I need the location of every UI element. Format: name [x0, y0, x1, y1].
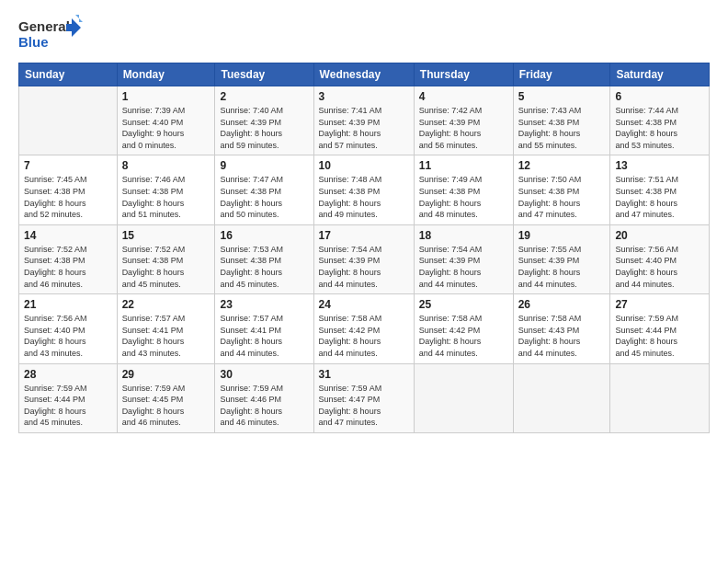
day-info: Sunrise: 7:54 AM Sunset: 4:39 PM Dayligh… [419, 244, 508, 290]
day-number: 17 [319, 229, 409, 242]
day-number: 7 [24, 159, 112, 172]
calendar-cell: 18Sunrise: 7:54 AM Sunset: 4:39 PM Dayli… [414, 224, 513, 293]
day-info: Sunrise: 7:50 AM Sunset: 4:38 PM Dayligh… [518, 174, 606, 220]
week-row-4: 21Sunrise: 7:56 AM Sunset: 4:40 PM Dayli… [19, 294, 710, 363]
day-info: Sunrise: 7:45 AM Sunset: 4:38 PM Dayligh… [24, 174, 112, 220]
calendar-cell: 10Sunrise: 7:48 AM Sunset: 4:38 PM Dayli… [313, 155, 414, 224]
calendar-cell [414, 363, 513, 432]
day-info: Sunrise: 7:48 AM Sunset: 4:38 PM Dayligh… [319, 174, 409, 220]
day-info: Sunrise: 7:57 AM Sunset: 4:41 PM Dayligh… [122, 313, 210, 359]
calendar-cell: 27Sunrise: 7:59 AM Sunset: 4:44 PM Dayli… [610, 294, 710, 363]
calendar-cell: 23Sunrise: 7:57 AM Sunset: 4:41 PM Dayli… [215, 294, 313, 363]
day-number: 20 [615, 229, 704, 242]
day-number: 10 [319, 159, 409, 172]
header-saturday: Saturday [610, 63, 710, 86]
week-row-2: 7Sunrise: 7:45 AM Sunset: 4:38 PM Daylig… [19, 155, 710, 224]
calendar-cell: 6Sunrise: 7:44 AM Sunset: 4:38 PM Daylig… [610, 86, 710, 155]
calendar-cell: 14Sunrise: 7:52 AM Sunset: 4:38 PM Dayli… [19, 224, 118, 293]
header-monday: Monday [117, 63, 215, 86]
svg-marker-3 [75, 15, 83, 22]
calendar-cell: 30Sunrise: 7:59 AM Sunset: 4:46 PM Dayli… [215, 363, 313, 432]
header-friday: Friday [513, 63, 610, 86]
calendar-cell: 4Sunrise: 7:42 AM Sunset: 4:39 PM Daylig… [414, 86, 513, 155]
logo-svg: General Blue [18, 15, 83, 53]
calendar-cell: 31Sunrise: 7:59 AM Sunset: 4:47 PM Dayli… [313, 363, 414, 432]
day-info: Sunrise: 7:44 AM Sunset: 4:38 PM Dayligh… [615, 105, 704, 151]
calendar-cell: 13Sunrise: 7:51 AM Sunset: 4:38 PM Dayli… [610, 155, 710, 224]
calendar-header-row: SundayMondayTuesdayWednesdayThursdayFrid… [19, 63, 710, 86]
header-thursday: Thursday [414, 63, 513, 86]
calendar: SundayMondayTuesdayWednesdayThursdayFrid… [18, 63, 710, 433]
calendar-cell: 26Sunrise: 7:58 AM Sunset: 4:43 PM Dayli… [513, 294, 610, 363]
day-info: Sunrise: 7:58 AM Sunset: 4:42 PM Dayligh… [419, 313, 508, 359]
day-number: 30 [220, 368, 308, 381]
day-info: Sunrise: 7:52 AM Sunset: 4:38 PM Dayligh… [122, 244, 210, 290]
calendar-cell: 22Sunrise: 7:57 AM Sunset: 4:41 PM Dayli… [117, 294, 215, 363]
day-number: 13 [615, 159, 704, 172]
calendar-cell: 17Sunrise: 7:54 AM Sunset: 4:39 PM Dayli… [313, 224, 414, 293]
day-number: 3 [319, 90, 409, 103]
calendar-cell: 2Sunrise: 7:40 AM Sunset: 4:39 PM Daylig… [215, 86, 313, 155]
day-number: 9 [220, 159, 308, 172]
calendar-cell: 7Sunrise: 7:45 AM Sunset: 4:38 PM Daylig… [19, 155, 118, 224]
day-info: Sunrise: 7:41 AM Sunset: 4:39 PM Dayligh… [319, 105, 409, 151]
calendar-cell: 12Sunrise: 7:50 AM Sunset: 4:38 PM Dayli… [513, 155, 610, 224]
day-number: 23 [220, 298, 308, 311]
week-row-5: 28Sunrise: 7:59 AM Sunset: 4:44 PM Dayli… [19, 363, 710, 432]
day-number: 1 [122, 90, 210, 103]
logo: General Blue [18, 15, 83, 53]
day-number: 4 [419, 90, 508, 103]
day-info: Sunrise: 7:58 AM Sunset: 4:43 PM Dayligh… [518, 313, 606, 359]
day-info: Sunrise: 7:51 AM Sunset: 4:38 PM Dayligh… [615, 174, 704, 220]
day-info: Sunrise: 7:59 AM Sunset: 4:44 PM Dayligh… [615, 313, 704, 359]
day-info: Sunrise: 7:59 AM Sunset: 4:45 PM Dayligh… [122, 383, 210, 429]
day-info: Sunrise: 7:54 AM Sunset: 4:39 PM Dayligh… [319, 244, 409, 290]
day-number: 22 [122, 298, 210, 311]
day-info: Sunrise: 7:55 AM Sunset: 4:39 PM Dayligh… [518, 244, 606, 290]
day-number: 27 [615, 298, 704, 311]
calendar-cell: 15Sunrise: 7:52 AM Sunset: 4:38 PM Dayli… [117, 224, 215, 293]
day-info: Sunrise: 7:59 AM Sunset: 4:47 PM Dayligh… [319, 383, 409, 429]
calendar-cell: 3Sunrise: 7:41 AM Sunset: 4:39 PM Daylig… [313, 86, 414, 155]
day-number: 28 [24, 368, 112, 381]
day-info: Sunrise: 7:40 AM Sunset: 4:39 PM Dayligh… [220, 105, 308, 151]
header-tuesday: Tuesday [215, 63, 313, 86]
day-number: 11 [419, 159, 508, 172]
day-number: 6 [615, 90, 704, 103]
calendar-cell: 1Sunrise: 7:39 AM Sunset: 4:40 PM Daylig… [117, 86, 215, 155]
day-info: Sunrise: 7:59 AM Sunset: 4:44 PM Dayligh… [24, 383, 112, 429]
header: General Blue [18, 15, 710, 53]
day-number: 18 [419, 229, 508, 242]
week-row-3: 14Sunrise: 7:52 AM Sunset: 4:38 PM Dayli… [19, 224, 710, 293]
day-number: 12 [518, 159, 606, 172]
day-number: 24 [319, 298, 409, 311]
day-info: Sunrise: 7:42 AM Sunset: 4:39 PM Dayligh… [419, 105, 508, 151]
day-info: Sunrise: 7:43 AM Sunset: 4:38 PM Dayligh… [518, 105, 606, 151]
calendar-cell: 25Sunrise: 7:58 AM Sunset: 4:42 PM Dayli… [414, 294, 513, 363]
day-info: Sunrise: 7:56 AM Sunset: 4:40 PM Dayligh… [24, 313, 112, 359]
calendar-cell: 28Sunrise: 7:59 AM Sunset: 4:44 PM Dayli… [19, 363, 118, 432]
day-info: Sunrise: 7:47 AM Sunset: 4:38 PM Dayligh… [220, 174, 308, 220]
calendar-cell: 20Sunrise: 7:56 AM Sunset: 4:40 PM Dayli… [610, 224, 710, 293]
day-number: 16 [220, 229, 308, 242]
calendar-cell [19, 86, 118, 155]
svg-text:Blue: Blue [18, 34, 49, 50]
calendar-cell: 9Sunrise: 7:47 AM Sunset: 4:38 PM Daylig… [215, 155, 313, 224]
week-row-1: 1Sunrise: 7:39 AM Sunset: 4:40 PM Daylig… [19, 86, 710, 155]
day-info: Sunrise: 7:39 AM Sunset: 4:40 PM Dayligh… [122, 105, 210, 151]
day-info: Sunrise: 7:56 AM Sunset: 4:40 PM Dayligh… [615, 244, 704, 290]
calendar-cell: 8Sunrise: 7:46 AM Sunset: 4:38 PM Daylig… [117, 155, 215, 224]
day-number: 14 [24, 229, 112, 242]
day-number: 26 [518, 298, 606, 311]
calendar-cell: 21Sunrise: 7:56 AM Sunset: 4:40 PM Dayli… [19, 294, 118, 363]
day-number: 31 [319, 368, 409, 381]
day-info: Sunrise: 7:57 AM Sunset: 4:41 PM Dayligh… [220, 313, 308, 359]
day-number: 5 [518, 90, 606, 103]
calendar-cell: 19Sunrise: 7:55 AM Sunset: 4:39 PM Dayli… [513, 224, 610, 293]
day-info: Sunrise: 7:53 AM Sunset: 4:38 PM Dayligh… [220, 244, 308, 290]
day-info: Sunrise: 7:59 AM Sunset: 4:46 PM Dayligh… [220, 383, 308, 429]
calendar-cell [610, 363, 710, 432]
calendar-cell [513, 363, 610, 432]
day-info: Sunrise: 7:46 AM Sunset: 4:38 PM Dayligh… [122, 174, 210, 220]
calendar-cell: 29Sunrise: 7:59 AM Sunset: 4:45 PM Dayli… [117, 363, 215, 432]
